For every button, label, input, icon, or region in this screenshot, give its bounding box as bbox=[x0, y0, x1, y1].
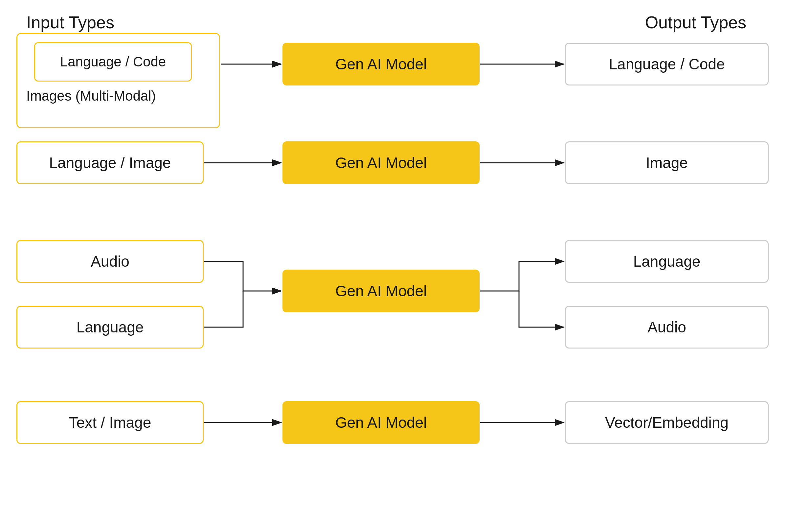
row3-audio-output-box: Audio bbox=[565, 306, 769, 349]
row2-input-box: Language / Image bbox=[16, 141, 204, 184]
row2-model-box: Gen AI Model bbox=[282, 141, 480, 184]
row3-language-input-box: Language bbox=[16, 306, 204, 349]
row1-model-box: Gen AI Model bbox=[282, 43, 480, 85]
output-types-title: Output Types bbox=[645, 13, 746, 32]
input-types-title: Input Types bbox=[26, 13, 114, 32]
diagram-container: Input Types Output Types Language / Code… bbox=[0, 0, 812, 532]
row4-input-box: Text / Image bbox=[16, 401, 204, 444]
row3-model-box: Gen AI Model bbox=[282, 270, 480, 312]
row1-output-box: Language / Code bbox=[565, 43, 769, 85]
row4-model-box: Gen AI Model bbox=[282, 401, 480, 444]
row2-output-box: Image bbox=[565, 141, 769, 184]
row4-output-box: Vector/Embedding bbox=[565, 401, 769, 444]
row1-multimodal-label: Images (Multi-Modal) bbox=[26, 88, 156, 104]
row3-audio-input-box: Audio bbox=[16, 240, 204, 283]
row3-language-output-box: Language bbox=[565, 240, 769, 283]
row1-input-box: Language / Code bbox=[34, 42, 192, 82]
